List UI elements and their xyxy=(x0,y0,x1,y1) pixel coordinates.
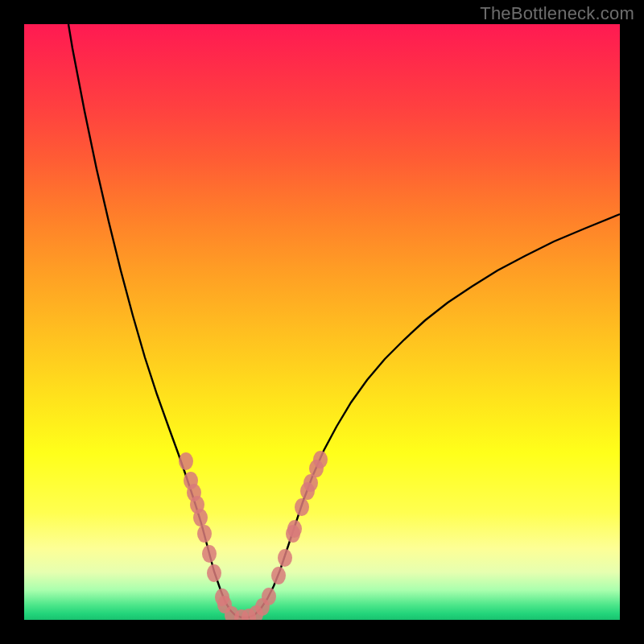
chart-frame: TheBottleneck.com xyxy=(0,0,644,644)
curve-marker xyxy=(197,525,212,543)
curve-marker xyxy=(295,498,309,516)
curve-marker xyxy=(193,509,208,526)
curve-marker xyxy=(262,588,276,605)
bottleneck-curve xyxy=(24,24,620,620)
watermark-text: TheBottleneck.com xyxy=(480,3,634,24)
curve-path xyxy=(68,24,620,617)
curve-marker xyxy=(271,567,286,584)
curve-markers xyxy=(179,451,328,620)
curve-marker xyxy=(202,545,217,563)
chart-plot-area xyxy=(24,24,620,620)
curve-marker xyxy=(207,564,221,582)
curve-marker xyxy=(179,452,193,470)
curve-marker xyxy=(278,549,292,567)
curve-marker xyxy=(313,451,328,469)
curve-marker xyxy=(287,520,302,538)
